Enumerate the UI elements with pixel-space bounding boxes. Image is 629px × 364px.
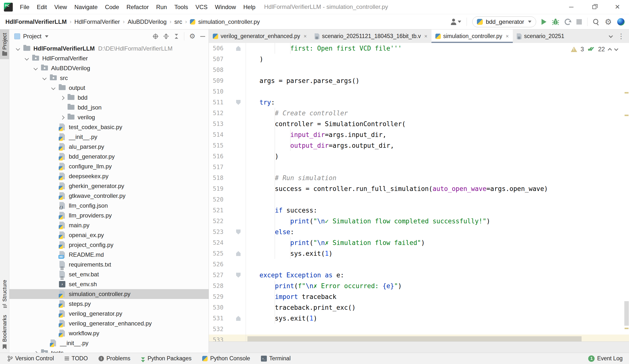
minimize-button[interactable]	[560, 0, 583, 14]
tree-row[interactable]: bdd_generator.py	[9, 152, 209, 162]
close-tab-icon[interactable]: ×	[506, 33, 509, 40]
code-line[interactable]: 526	[209, 259, 629, 270]
chevron-expanded-icon[interactable]	[23, 55, 30, 62]
tree-row[interactable]: HdlFormalVerifier	[9, 54, 209, 63]
tree-row[interactable]: __init__.py	[9, 338, 209, 348]
menu-item-view[interactable]: View	[51, 2, 71, 12]
breadcrumb-item[interactable]: src	[174, 18, 182, 25]
chevron-expanded-icon[interactable]	[50, 85, 56, 91]
statusbar-item-python-packages[interactable]: Python Packages	[141, 355, 191, 362]
tool-tab-structure[interactable]: Structure	[0, 276, 9, 311]
tree-row[interactable]: bdd_json	[9, 103, 209, 112]
tree-row[interactable]: gtkwave_controller.py	[9, 191, 209, 201]
tree-row[interactable]: tests	[9, 348, 209, 353]
tree-row[interactable]: bdd	[9, 93, 209, 103]
show-hidden-tabs-icon[interactable]	[609, 34, 613, 38]
breadcrumb-item[interactable]: HdlFormalVerifierLLM	[5, 18, 67, 25]
tree-row[interactable]: steps.py	[9, 299, 209, 309]
tree-row[interactable]: HdlFormalVerifierLLMD:\DE\HdlFormalVerif…	[9, 44, 209, 54]
editor-tab[interactable]: verilog_generator_enhanced.py×	[209, 29, 311, 43]
expand-all-icon[interactable]	[163, 33, 169, 39]
options-gear-icon[interactable]: ⚙	[189, 33, 195, 40]
fold-marker[interactable]	[231, 251, 246, 256]
menu-item-help[interactable]: Help	[240, 2, 259, 12]
tree-row[interactable]: AluBDDVerilog	[9, 63, 209, 73]
statusbar-item-terminal[interactable]: ›_Terminal	[261, 355, 291, 362]
editor-tab[interactable]: scenario_20251	[513, 29, 568, 43]
editor-tab[interactable]: scenario_20251121_180453_16bit_tb.v×	[311, 29, 431, 43]
code-text[interactable]	[246, 162, 629, 173]
code-text[interactable]: controller = SimulationController(	[246, 119, 629, 129]
warning-stripe-mark[interactable]	[625, 92, 629, 93]
horizontal-scrollbar-thumb[interactable]	[247, 336, 582, 341]
menu-item-navigate[interactable]: Navigate	[71, 2, 102, 12]
menu-item-edit[interactable]: Edit	[33, 2, 51, 12]
code-text[interactable]: else:	[246, 227, 629, 237]
code-line[interactable]: 514 input_dir=args.input_dir,	[209, 129, 629, 140]
tree-row[interactable]: gherkin_generator.py	[9, 181, 209, 191]
code-text[interactable]: )	[246, 54, 629, 65]
fold-marker[interactable]	[231, 46, 246, 51]
code-line[interactable]: 520	[209, 194, 629, 205]
chevron-expanded-icon[interactable]	[15, 45, 21, 52]
code-line[interactable]: 528 print(f"\n✗ Error occurred: {e}")	[209, 280, 629, 291]
code-text[interactable]: args = parser.parse_args()	[246, 75, 629, 86]
menu-item-code[interactable]: Code	[101, 2, 123, 12]
code-text[interactable]	[246, 335, 629, 341]
chevron-collapsed-icon[interactable]	[32, 350, 39, 353]
user-menu[interactable]	[450, 19, 461, 25]
tree-row[interactable]: workflow.py	[9, 328, 209, 338]
fold-end-icon[interactable]	[236, 316, 241, 321]
code-text[interactable]: print(f"\n✗ Error occurred: {e}")	[246, 280, 629, 291]
select-opened-file-icon[interactable]	[153, 34, 158, 39]
code-text[interactable]: print("\n✗ Simulation flow failed")	[246, 237, 629, 248]
menu-item-file[interactable]: File	[16, 2, 33, 12]
next-highlight-icon[interactable]	[614, 47, 619, 51]
close-button[interactable]: ✕	[606, 0, 629, 14]
debug-button[interactable]	[552, 18, 559, 25]
fold-start-icon[interactable]	[236, 100, 241, 105]
code-line[interactable]: 522 print("\n✓ Simulation flow completed…	[209, 216, 629, 227]
code-text[interactable]: if success:	[246, 205, 629, 216]
code-text[interactable]: print("\n✓ Simulation flow completed suc…	[246, 216, 629, 227]
tree-row[interactable]: verilog_generator_enhanced.py	[9, 319, 209, 328]
code-line[interactable]: 533	[209, 335, 629, 341]
ide-sphere-icon[interactable]	[617, 18, 625, 25]
tree-row[interactable]: set_env.bat	[9, 270, 209, 279]
vertical-scrollbar-thumb[interactable]	[624, 301, 629, 326]
breadcrumb-item[interactable]: AluBDDVerilog	[128, 18, 166, 25]
menu-item-tools[interactable]: Tools	[170, 2, 192, 12]
chevron-expanded-icon[interactable]	[41, 75, 48, 81]
run-with-coverage-icon[interactable]	[565, 19, 571, 25]
tree-row[interactable]: __init__.py	[9, 132, 209, 142]
code-text[interactable]: import traceback	[246, 291, 629, 302]
tool-tab-bookmarks[interactable]: Bookmarks	[0, 311, 9, 353]
code-line[interactable]: 510	[209, 86, 629, 97]
tree-row[interactable]: verilog_generator.py	[9, 309, 209, 319]
tree-row[interactable]: src	[9, 73, 209, 83]
code-editor[interactable]: 3 ✔✔ 22 506 first: Open first VCD file''…	[209, 43, 629, 341]
code-line[interactable]: 531 sys.exit(1)	[209, 313, 629, 324]
code-text[interactable]: try:	[246, 97, 629, 108]
code-line[interactable]: 530 traceback.print_exc()	[209, 302, 629, 313]
breadcrumb-item[interactable]: simulation_controller.py	[198, 18, 260, 25]
statusbar-item-todo[interactable]: TODO	[65, 355, 88, 362]
code-text[interactable]	[246, 259, 629, 270]
code-line[interactable]: 529 import traceback	[209, 291, 629, 302]
code-text[interactable]: )	[246, 151, 629, 162]
hide-panel-icon[interactable]	[200, 36, 205, 37]
tab-options-icon[interactable]: ⋮	[618, 32, 625, 40]
tree-row[interactable]: simulation_controller.py	[9, 289, 209, 299]
code-text[interactable]	[246, 324, 629, 335]
statusbar-item-python-console[interactable]: Python Console	[202, 355, 250, 362]
run-button[interactable]	[542, 19, 546, 25]
restore-button[interactable]	[583, 0, 606, 14]
tree-row[interactable]: project_config.py	[9, 240, 209, 250]
close-tab-icon[interactable]: ×	[424, 33, 428, 40]
tree-row[interactable]: output	[9, 83, 209, 93]
code-text[interactable]: sys.exit(1)	[246, 248, 629, 259]
tree-row[interactable]: requirements.txt	[9, 260, 209, 270]
code-line[interactable]: 519 success = controller.run_full_simula…	[209, 183, 629, 194]
event-log-button[interactable]: 1 Event Log	[588, 355, 623, 362]
code-line[interactable]: 516 )	[209, 151, 629, 162]
